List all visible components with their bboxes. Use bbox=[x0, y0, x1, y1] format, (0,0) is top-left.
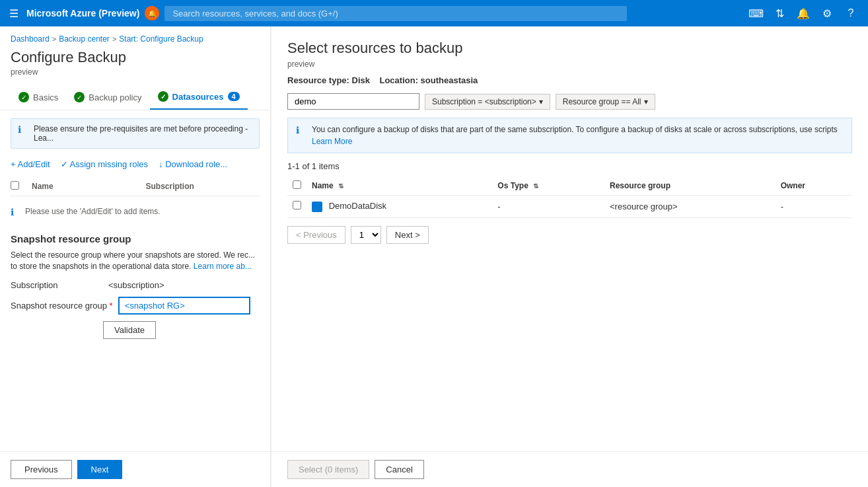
resources-table-body: DemoDataDisk - <resource group> - bbox=[287, 196, 852, 218]
tab-check-backup-policy: ✓ bbox=[74, 92, 85, 102]
notification-icon[interactable]: 🔔 bbox=[793, 3, 814, 24]
required-asterisk: * bbox=[110, 301, 113, 311]
learn-more-link[interactable]: Learn more ab... bbox=[194, 262, 252, 271]
pagination: < Previous 1 Next > bbox=[287, 226, 852, 244]
right-info-banner: ℹ You can configure a backup of disks th… bbox=[287, 118, 852, 153]
right-learn-more-link[interactable]: Learn More bbox=[312, 137, 352, 146]
filter-subscription-label: Subscription = <subscription> bbox=[432, 97, 536, 106]
table-row: DemoDataDisk - <resource group> - bbox=[287, 196, 852, 218]
row-name: DemoDataDisk bbox=[329, 201, 386, 211]
snapshot-section-title: Snapshot resource group bbox=[11, 233, 260, 244]
next-button[interactable]: Next bbox=[77, 460, 123, 479]
tab-datasources-label: Datasources bbox=[172, 92, 224, 102]
select-all-checkbox[interactable] bbox=[11, 181, 19, 190]
row-os-type: - bbox=[492, 196, 604, 218]
resources-table: Name ⇅ Os Type ⇅ Resource group Owner bbox=[287, 176, 852, 218]
subscription-value: <subscription> bbox=[108, 280, 164, 290]
right-info-icon: ℹ bbox=[296, 124, 307, 137]
filter-input[interactable] bbox=[287, 93, 419, 110]
sort-name-icon[interactable]: ⇅ bbox=[338, 182, 344, 190]
add-edit-button[interactable]: + Add/Edit bbox=[11, 157, 50, 172]
th-os-type: Os Type ⇅ bbox=[492, 176, 604, 196]
filter-rg-chevron: ▾ bbox=[644, 97, 648, 106]
left-bottom-bar: Previous Next bbox=[0, 451, 270, 487]
breadcrumb-sep-1: > bbox=[52, 35, 56, 43]
page-subtitle: preview bbox=[0, 67, 270, 85]
pagination-page-select[interactable]: 1 bbox=[351, 226, 381, 244]
left-panel: Dashboard > Backup center > Start: Confi… bbox=[0, 26, 271, 487]
breadcrumb-dashboard[interactable]: Dashboard bbox=[11, 34, 50, 44]
select-items-button[interactable]: Select (0 items) bbox=[287, 460, 369, 479]
settings-icon[interactable]: ⚙ bbox=[816, 3, 838, 24]
tab-datasources-badge: 4 bbox=[228, 92, 240, 101]
col-subscription-header: Subscription bbox=[146, 182, 260, 191]
tab-check-datasources: ✓ bbox=[158, 91, 168, 102]
breadcrumb-backup-center[interactable]: Backup center bbox=[59, 34, 110, 44]
previous-button[interactable]: Previous bbox=[11, 460, 72, 479]
breadcrumb-configure-backup[interactable]: Start: Configure Backup bbox=[119, 34, 203, 44]
row-resource-group: <resource group> bbox=[604, 196, 776, 218]
page-title: Configure Backup bbox=[0, 46, 270, 67]
row-checkbox[interactable] bbox=[293, 201, 301, 209]
snapshot-rg-row: Snapshot resource group * bbox=[11, 297, 260, 315]
filter-resource-group[interactable]: Resource group == All ▾ bbox=[556, 94, 655, 110]
snapshot-section-desc: Select the resource group where your sna… bbox=[11, 250, 260, 272]
info-banner-text: Please ensure the pre-requisites are met… bbox=[34, 124, 252, 143]
left-panel-content: ℹ Please ensure the pre-requisites are m… bbox=[0, 110, 270, 451]
th-owner: Owner bbox=[776, 176, 852, 196]
info-icon: ℹ bbox=[18, 124, 28, 135]
right-info-text: You can configure a backup of disks that… bbox=[312, 124, 844, 147]
resource-type-bar: Resource type: Disk Location: southeasta… bbox=[287, 75, 852, 85]
select-all-right-checkbox[interactable] bbox=[293, 180, 301, 189]
row-owner: - bbox=[776, 196, 852, 218]
terminal-icon[interactable]: ⌨ bbox=[745, 3, 766, 24]
th-checkbox bbox=[287, 176, 307, 196]
right-panel-title: Select resources to backup bbox=[287, 40, 852, 57]
sort-os-icon[interactable]: ⇅ bbox=[533, 182, 538, 190]
subscription-label: Subscription bbox=[11, 280, 103, 290]
app-title: Microsoft Azure (Preview) bbox=[26, 8, 139, 19]
snapshot-rg-input[interactable] bbox=[118, 297, 250, 315]
row-checkbox-cell bbox=[287, 196, 307, 218]
filter-rg-label: Resource group == All bbox=[563, 97, 641, 106]
resource-type-label: Resource type: bbox=[287, 75, 349, 85]
location-label: Location: bbox=[379, 75, 418, 85]
tab-backup-policy[interactable]: ✓ Backup policy bbox=[66, 85, 149, 109]
hamburger-menu-icon[interactable]: ☰ bbox=[7, 5, 21, 22]
pagination-previous-button[interactable]: < Previous bbox=[287, 226, 345, 244]
resources-table-head: Name ⇅ Os Type ⇅ Resource group Owner bbox=[287, 176, 852, 196]
cancel-button[interactable]: Cancel bbox=[375, 460, 423, 479]
tab-datasources[interactable]: ✓ Datasources 4 bbox=[150, 85, 248, 110]
tab-check-basics: ✓ bbox=[18, 92, 29, 102]
right-panel: Select resources to backup preview Resou… bbox=[271, 26, 868, 487]
breadcrumb: Dashboard > Backup center > Start: Confi… bbox=[0, 26, 270, 46]
notification-dot: 🔔 bbox=[145, 6, 159, 20]
download-button[interactable]: ↓ Download role... bbox=[159, 157, 227, 172]
datasources-toolbar: + Add/Edit ✓ Assign missing roles ↓ Down… bbox=[11, 157, 260, 172]
topnav-icon-group: ⌨ ⇅ 🔔 ⚙ ? bbox=[745, 3, 861, 24]
right-panel-content: Select resources to backup preview Resou… bbox=[271, 26, 868, 451]
filter-subscription[interactable]: Subscription = <subscription> ▾ bbox=[425, 94, 550, 110]
tab-basics[interactable]: ✓ Basics bbox=[11, 85, 66, 109]
tab-basics-label: Basics bbox=[33, 93, 58, 102]
assign-roles-button[interactable]: ✓ Assign missing roles bbox=[61, 157, 148, 172]
empty-state-row: ℹ Please use the 'Add/Edit' to add items… bbox=[11, 196, 260, 228]
top-navigation: ☰ Microsoft Azure (Preview) 🔔 ⌨ ⇅ 🔔 ⚙ ? bbox=[0, 0, 868, 26]
disk-icon bbox=[312, 202, 322, 212]
validate-button[interactable]: Validate bbox=[103, 321, 156, 339]
location-value: southeastasia bbox=[421, 75, 478, 85]
filter-subscription-chevron: ▾ bbox=[539, 97, 543, 106]
cloud-shell-icon[interactable]: ⇅ bbox=[769, 3, 790, 24]
pagination-next-button[interactable]: Next > bbox=[386, 226, 429, 244]
datasources-table-header: Name Subscription bbox=[11, 177, 260, 196]
info-banner: ℹ Please ensure the pre-requisites are m… bbox=[11, 118, 260, 149]
snapshot-section: Snapshot resource group Select the resou… bbox=[11, 233, 260, 339]
empty-info-icon: ℹ bbox=[11, 207, 21, 217]
col-name-header: Name bbox=[32, 182, 146, 191]
row-name-cell: DemoDataDisk bbox=[307, 196, 492, 218]
breadcrumb-sep-2: > bbox=[112, 35, 116, 43]
validate-row: Validate bbox=[103, 321, 260, 339]
help-icon[interactable]: ? bbox=[840, 3, 861, 24]
subscription-row: Subscription <subscription> bbox=[11, 280, 260, 290]
global-search-input[interactable] bbox=[164, 6, 627, 21]
